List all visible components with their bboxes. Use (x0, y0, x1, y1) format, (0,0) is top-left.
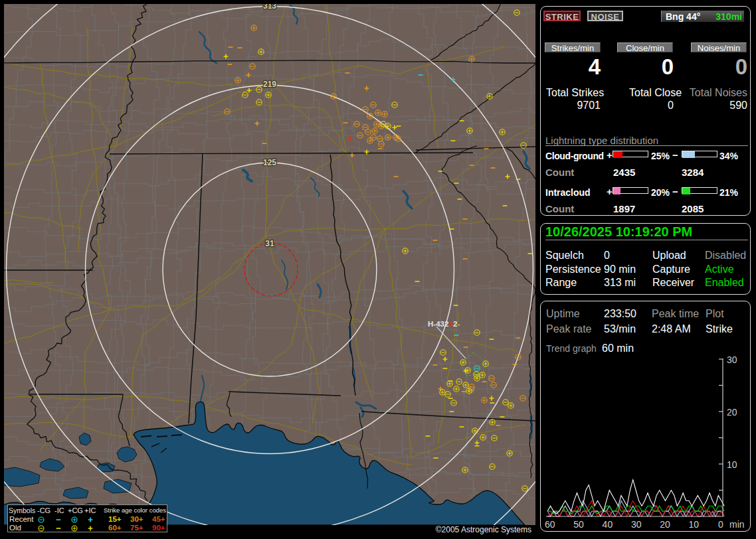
svg-text:31: 31 (265, 239, 274, 248)
svg-text:H-432+2-: H-432+2- (428, 320, 460, 328)
svg-text:313: 313 (263, 4, 276, 11)
svg-text:219: 219 (263, 80, 276, 89)
svg-text:125: 125 (263, 158, 276, 167)
